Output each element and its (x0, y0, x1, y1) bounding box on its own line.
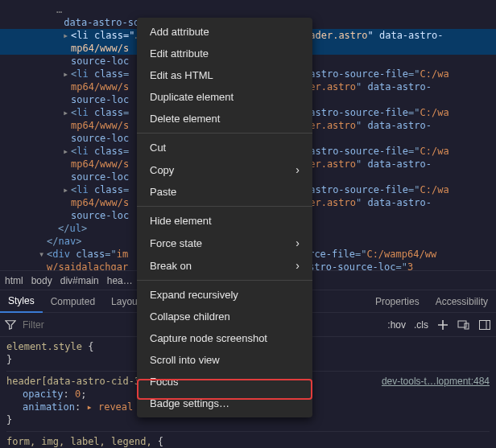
expand-arrow-icon[interactable]: ▸ (63, 106, 71, 119)
funnel-icon[interactable] (5, 319, 16, 331)
context-menu-item[interactable]: Break on (137, 254, 312, 277)
context-menu-item[interactable]: Copy (137, 158, 312, 181)
context-menu-item[interactable]: Edit attribute (137, 43, 312, 64)
expand-arrow-icon[interactable]: ▸ (63, 145, 71, 158)
expand-arrow-icon[interactable]: ▾ (39, 248, 47, 261)
dom-tree-line[interactable]: … (0, 3, 496, 16)
css-selector[interactable]: element.style (6, 341, 82, 352)
expand-arrow-icon[interactable]: ▸ (63, 68, 71, 80)
context-menu-item[interactable]: Duplicate element (137, 86, 312, 108)
breadcrumb-item[interactable]: div#main (60, 275, 99, 286)
source-link[interactable]: dev-tools-t…lopment:484 (382, 375, 490, 388)
context-menu-item[interactable]: Focus (137, 371, 312, 393)
hov-toggle[interactable]: :hov (387, 319, 406, 331)
pane-tab[interactable]: Styles (0, 290, 43, 313)
plus-icon[interactable] (436, 319, 449, 331)
context-menu-separator (137, 206, 312, 207)
context-menu-item[interactable]: Collapse children (137, 306, 312, 327)
expand-arrow-icon[interactable]: ▸ (63, 29, 71, 42)
context-menu-item[interactable]: Expand recursively (137, 284, 312, 306)
context-menu-item[interactable]: Badge settings… (137, 393, 312, 414)
context-menu-item[interactable]: Cut (137, 137, 312, 158)
pane-tab[interactable]: Properties (367, 290, 428, 313)
pane-tab[interactable]: Computed (43, 290, 103, 313)
css-selector[interactable]: form, img, label, legend, (6, 436, 152, 447)
context-menu-item[interactable]: Delete element (137, 108, 312, 129)
devices-icon[interactable] (457, 319, 470, 331)
css-rule[interactable]: form, img, label, legend, {border: 0;} (6, 431, 490, 448)
breadcrumb-item[interactable]: hea… (107, 275, 133, 286)
breadcrumb-item[interactable]: html (5, 275, 23, 286)
context-menu-separator (137, 280, 312, 281)
context-menu-item[interactable]: Scroll into view (137, 349, 312, 371)
context-menu-item[interactable]: Add attribute (137, 21, 312, 43)
context-menu-separator (137, 133, 312, 134)
context-menu-item[interactable]: Edit as HTML (137, 64, 312, 86)
panel-icon[interactable] (478, 319, 491, 331)
cls-toggle[interactable]: .cls (414, 319, 428, 331)
context-menu-item[interactable]: Paste (137, 181, 312, 203)
pane-tab[interactable]: Accessibility (428, 290, 496, 313)
expand-arrow-icon[interactable]: ▸ (63, 183, 71, 196)
context-menu-item[interactable]: Capture node screenshot (137, 327, 312, 349)
context-menu-item[interactable]: Hide element (137, 210, 312, 232)
context-menu: Add attributeEdit attributeEdit as HTMLD… (137, 18, 312, 417)
context-menu-item[interactable]: Force state (137, 232, 312, 254)
svg-rect-2 (480, 320, 490, 329)
breadcrumb-item[interactable]: body (31, 275, 52, 286)
